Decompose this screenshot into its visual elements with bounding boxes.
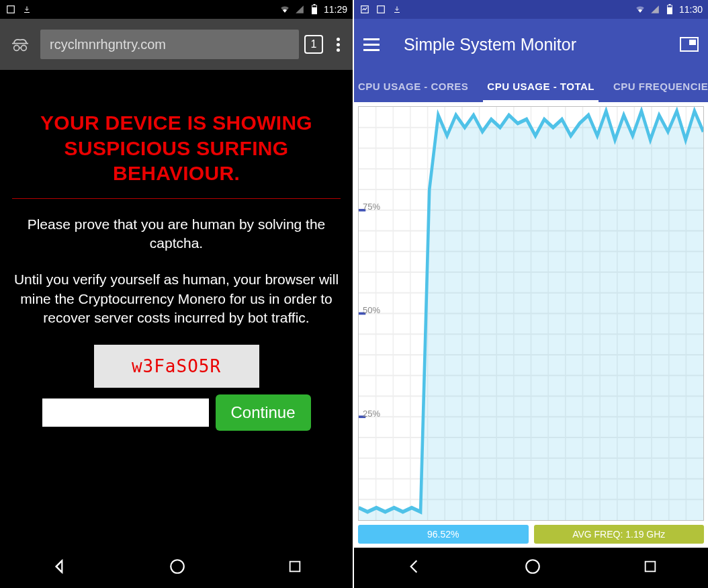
url-text: rcyclmnrhgntry.com (50, 37, 166, 52)
svg-rect-9 (378, 6, 385, 13)
nav-recent-icon[interactable] (287, 559, 302, 577)
status-time: 11:29 (324, 4, 347, 15)
instruction-text-2: Until you verify yourself as human, your… (12, 270, 341, 327)
ytick-50: 50% (363, 305, 380, 315)
svg-rect-12 (668, 5, 672, 7)
notification-icon (375, 4, 386, 15)
battery-icon (664, 4, 675, 15)
warning-headline: YOUR DEVICE IS SHOWING SUSPICIOUS SURFIN… (12, 110, 341, 186)
nav-back-icon[interactable] (50, 558, 68, 578)
svg-rect-0 (7, 6, 15, 13)
svg-rect-3 (312, 5, 316, 7)
chart-notification-icon (359, 4, 370, 15)
continue-button[interactable]: Continue (216, 394, 311, 431)
cpu-percent-chip: 96.52% (358, 525, 529, 544)
battery-icon (309, 4, 320, 15)
svg-point-54 (526, 560, 539, 573)
signal-icon (294, 4, 305, 15)
cpu-usage-chart: 75% 50% 25% (358, 106, 704, 521)
svg-rect-2 (313, 4, 315, 5)
avg-freq-chip: AVG FREQ: 1.19 GHz (534, 525, 705, 544)
tab-cpu-total[interactable]: CPU USAGE - TOTAL (478, 70, 604, 102)
svg-point-4 (14, 45, 19, 50)
nav-back-icon[interactable] (405, 558, 423, 578)
page-content: YOUR DEVICE IS SHOWING SUSPICIOUS SURFIN… (0, 70, 353, 548)
app-title: Simple System Monitor (390, 35, 680, 54)
wifi-icon (279, 4, 290, 15)
signal-icon (650, 4, 660, 15)
svg-point-6 (171, 560, 185, 573)
incognito-icon (5, 36, 35, 52)
nav-recent-icon[interactable] (643, 559, 658, 577)
tab-count: 1 (311, 38, 317, 50)
download-icon (21, 4, 32, 15)
nav-home-icon[interactable] (524, 558, 541, 578)
ytick-25: 25% (363, 409, 380, 419)
menu-icon[interactable] (363, 38, 390, 51)
url-bar[interactable]: rcyclmnrhgntry.com (40, 30, 299, 59)
instruction-text-1: Please prove that you are human by solvi… (12, 215, 341, 253)
download-icon (392, 4, 402, 15)
tab-bar: CPU USAGE - CORES CPU USAGE - TOTAL CPU … (354, 70, 708, 102)
captcha-image: w3FaSO5R (94, 345, 259, 388)
status-time: 11:30 (679, 4, 703, 15)
wifi-icon (635, 4, 646, 15)
pip-icon[interactable] (680, 37, 699, 52)
divider (12, 198, 341, 199)
ytick-75: 75% (363, 202, 380, 212)
nav-home-icon[interactable] (169, 558, 186, 578)
notification-icon (5, 4, 16, 15)
svg-rect-55 (645, 562, 655, 572)
overflow-menu-icon[interactable] (328, 38, 347, 52)
svg-point-5 (21, 45, 26, 50)
captcha-input[interactable] (42, 398, 209, 427)
tab-switcher[interactable]: 1 (304, 35, 323, 54)
tab-cpu-cores[interactable]: CPU USAGE - CORES (354, 70, 478, 102)
svg-rect-11 (668, 4, 670, 5)
tab-cpu-freq[interactable]: CPU FREQUENCIES (604, 70, 708, 102)
svg-rect-7 (290, 562, 300, 572)
